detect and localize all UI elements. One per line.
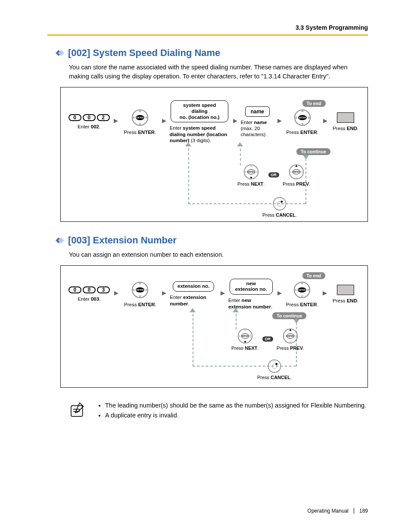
heading-002: [002] System Speed Dialing Name — [68, 47, 220, 59]
step-extension-no: extension no. Enter extension number. — [170, 281, 217, 307]
loop-zone: To continue ENTER Press NEXT. OR ENTER P… — [68, 312, 361, 381]
enter-navpad-icon: ENTER — [131, 281, 149, 299]
arrow-icon — [161, 290, 167, 298]
caption-text: Press — [231, 345, 245, 351]
heading-003: [003] Extension Number — [68, 235, 177, 246]
caption-bold: NEXT — [245, 345, 257, 351]
caption-text: . — [317, 130, 318, 135]
svg-text:ENTER: ENTER — [242, 335, 249, 337]
arrow-icon — [232, 118, 238, 126]
note-item: A duplicate entry is invalid. — [105, 411, 366, 420]
heading-row-003: [003] Extension Number — [53, 235, 368, 246]
arrow-icon — [220, 290, 226, 298]
box-text: system speed dialing — [175, 103, 224, 115]
step-enter-code: 0 0 3 Enter 003. — [68, 286, 111, 302]
caption-text: Press — [124, 130, 138, 135]
enter-navpad-icon: ENTER — [293, 281, 311, 299]
caption-text: Enter — [78, 124, 91, 129]
svg-marker-21 — [185, 142, 191, 146]
diamond-icon — [53, 48, 65, 58]
svg-marker-12 — [277, 119, 282, 123]
caption-text: Press — [257, 375, 271, 380]
to-end-tag: To end — [302, 100, 326, 107]
step-press-prev: ENTER Press PREV. — [283, 164, 310, 187]
svg-marker-63 — [293, 319, 299, 324]
enter-navpad-icon: ENTER — [293, 109, 311, 127]
flow-diagram-002: 0 0 2 Enter 002. ENTER Press ENTER. syst — [60, 87, 368, 222]
caption-text: . — [155, 130, 156, 135]
svg-marker-81 — [233, 308, 239, 312]
arrow-icon — [277, 118, 283, 126]
key-digit: 0 — [68, 286, 81, 293]
svg-point-37 — [273, 197, 286, 210]
caption-text: . — [357, 126, 358, 131]
caption-text: . — [357, 298, 358, 303]
caption-bold: ENTER — [138, 130, 155, 135]
flow-diagram-003: 0 0 3 Enter 003. ENTER Press ENTER. exte… — [60, 265, 368, 388]
arrow-icon — [113, 118, 119, 126]
arrowhead-down-icon — [303, 153, 309, 161]
box-text: no. (location no.) — [175, 115, 224, 121]
navpad-next-icon: ENTER — [243, 164, 259, 180]
svg-point-78 — [268, 360, 280, 372]
navpad-cancel-icon — [267, 359, 282, 373]
caption-bold: 002 — [91, 124, 99, 129]
page-footer: Operating Manual 189 — [308, 508, 368, 514]
step-press-end: Press END. — [330, 285, 361, 304]
caption-text: Press — [283, 181, 296, 187]
step-press-next: ENTER Press NEXT. — [231, 328, 259, 351]
step-press-enter-2: To end ENTER Press ENTER. — [285, 109, 319, 135]
arrow-icon — [113, 290, 119, 298]
caption-bold: END — [347, 126, 357, 131]
navpad-prev-icon: ENTER — [282, 328, 299, 344]
svg-marker-40 — [237, 142, 243, 146]
note-item: The leading number(s) should be the same… — [105, 401, 366, 411]
caption-bold: 003 — [91, 296, 99, 302]
caption-text: Enter — [170, 125, 183, 131]
caption-text: Press — [237, 181, 251, 187]
caption-text: Enter — [78, 296, 91, 302]
notepad-icon — [69, 401, 86, 420]
svg-marker-61 — [323, 291, 327, 296]
svg-point-80 — [275, 363, 277, 365]
caption-text: . — [303, 345, 304, 351]
caption-text: . — [188, 301, 190, 306]
step-press-prev: ENTER Press PREV. — [277, 328, 304, 351]
caption-bold: ENTER — [300, 302, 317, 307]
svg-text:ENTER: ENTER — [299, 116, 306, 119]
caption-bold: name — [254, 120, 267, 125]
or-badge: OR — [268, 172, 280, 177]
step-press-cancel: Press CANCEL. — [262, 196, 297, 218]
box-text: extension no. — [234, 286, 268, 292]
footer-page-number: 189 — [359, 508, 368, 514]
arrowhead-up-icon — [233, 307, 239, 315]
svg-marker-43 — [114, 291, 118, 296]
box-text: extension no. — [173, 281, 214, 292]
key-digit: 0 — [68, 114, 81, 121]
arrow-icon — [277, 290, 283, 298]
arrowhead-up-icon — [237, 141, 243, 149]
navpad-cancel-icon — [272, 196, 287, 211]
navpad-prev-icon: ENTER — [288, 164, 305, 180]
arrowhead-up-icon — [185, 141, 191, 149]
step-enter-code: 0 0 2 Enter 002. — [68, 114, 110, 130]
key-digit: 0 — [83, 286, 96, 293]
heading-row-002: [002] System Speed Dialing Name — [53, 47, 368, 59]
caption-text: . — [317, 302, 318, 307]
step-press-end: Press END. — [331, 112, 361, 131]
caption-text: . — [296, 212, 297, 218]
svg-marker-52 — [221, 291, 225, 296]
caption-text: . — [290, 375, 292, 380]
arrowhead-down-icon — [293, 317, 299, 325]
key-digit: 3 — [97, 286, 110, 293]
arrow-icon — [161, 118, 167, 126]
caption-text: Enter — [241, 120, 254, 125]
to-end-tag: To end — [302, 272, 326, 279]
caption-bold: NEXT — [251, 181, 263, 187]
key-digit: 2 — [97, 114, 110, 121]
caption-bold: ENTER — [300, 130, 317, 135]
step-name: name Enter name (max. 20 characters). — [241, 106, 274, 138]
arrowhead-up-icon — [190, 307, 196, 315]
caption-bold: CANCEL — [271, 375, 290, 380]
svg-marker-20 — [323, 119, 327, 123]
